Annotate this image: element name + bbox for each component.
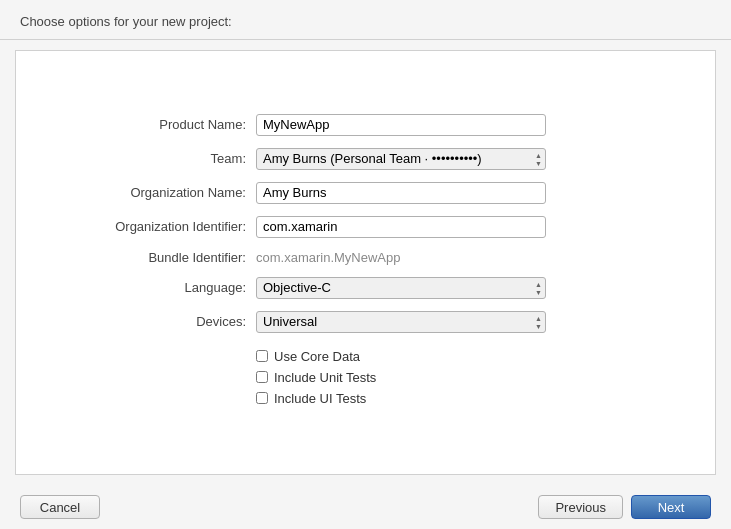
product-name-input[interactable] [256, 114, 546, 136]
bundle-id-row: Bundle Identifier: com.xamarin.MyNewApp [56, 250, 675, 265]
devices-row: Devices: Universal iPhone iPad [56, 311, 675, 333]
devices-select[interactable]: Universal iPhone iPad [256, 311, 546, 333]
next-button[interactable]: Next [631, 495, 711, 519]
bundle-id-label: Bundle Identifier: [56, 250, 256, 265]
org-id-control [256, 216, 546, 238]
org-name-control [256, 182, 546, 204]
org-id-row: Organization Identifier: [56, 216, 675, 238]
language-row: Language: Objective-C Swift [56, 277, 675, 299]
use-core-data-checkbox[interactable] [256, 350, 268, 362]
bundle-id-control: com.xamarin.MyNewApp [256, 250, 546, 265]
checkboxes-container: Use Core Data Include Unit Tests Include… [256, 345, 675, 406]
language-select[interactable]: Objective-C Swift [256, 277, 546, 299]
language-select-wrapper: Objective-C Swift [256, 277, 546, 299]
product-name-label: Product Name: [56, 117, 256, 132]
org-id-label: Organization Identifier: [56, 219, 256, 234]
org-name-row: Organization Name: [56, 182, 675, 204]
dialog-body: Product Name: Team: Amy Burns (Personal … [15, 50, 716, 475]
include-unit-tests-label[interactable]: Include Unit Tests [274, 370, 376, 385]
nav-buttons: Previous Next [538, 495, 711, 519]
include-unit-tests-checkbox[interactable] [256, 371, 268, 383]
previous-button[interactable]: Previous [538, 495, 623, 519]
dialog-header: Choose options for your new project: [0, 0, 731, 40]
team-wrapper: Amy Burns (Personal Team · ••••••••••) [256, 148, 546, 170]
include-ui-tests-row: Include UI Tests [256, 391, 675, 406]
team-select[interactable]: Amy Burns (Personal Team · ••••••••••) [256, 148, 546, 170]
product-name-control [256, 114, 546, 136]
team-row: Team: Amy Burns (Personal Team · •••••••… [56, 148, 675, 170]
org-name-input[interactable] [256, 182, 546, 204]
devices-control: Universal iPhone iPad [256, 311, 546, 333]
bundle-id-value: com.xamarin.MyNewApp [256, 248, 401, 267]
product-name-row: Product Name: [56, 114, 675, 136]
dialog-title: Choose options for your new project: [20, 14, 232, 29]
include-unit-tests-row: Include Unit Tests [256, 370, 675, 385]
include-ui-tests-checkbox[interactable] [256, 392, 268, 404]
org-name-label: Organization Name: [56, 185, 256, 200]
language-control: Objective-C Swift [256, 277, 546, 299]
new-project-dialog: Choose options for your new project: Pro… [0, 0, 731, 529]
org-id-input[interactable] [256, 216, 546, 238]
cancel-button[interactable]: Cancel [20, 495, 100, 519]
use-core-data-row: Use Core Data [256, 349, 675, 364]
devices-select-wrapper: Universal iPhone iPad [256, 311, 546, 333]
team-control: Amy Burns (Personal Team · ••••••••••) [256, 148, 546, 170]
language-label: Language: [56, 280, 256, 295]
devices-label: Devices: [56, 314, 256, 329]
team-label: Team: [56, 151, 256, 166]
form-container: Product Name: Team: Amy Burns (Personal … [16, 94, 715, 432]
use-core-data-label[interactable]: Use Core Data [274, 349, 360, 364]
include-ui-tests-label[interactable]: Include UI Tests [274, 391, 366, 406]
dialog-footer: Cancel Previous Next [0, 485, 731, 529]
